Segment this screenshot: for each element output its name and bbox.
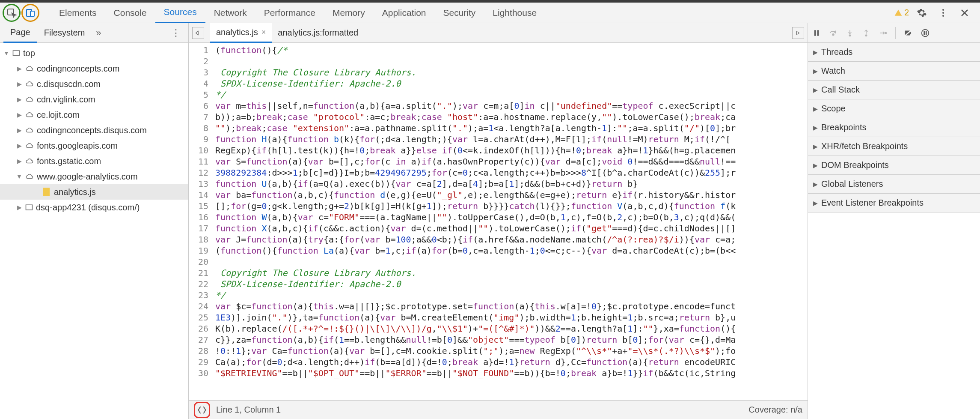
device-toggle-annotation — [21, 4, 39, 22]
close-tab-icon[interactable]: × — [261, 28, 266, 37]
device-toolbar-icon[interactable] — [23, 4, 38, 21]
settings-icon[interactable] — [913, 4, 930, 21]
warnings-indicator[interactable]: 2 — [894, 8, 909, 18]
tree-domain-expanded[interactable]: ▼www.google-analytics.com — [0, 169, 188, 184]
editor-tab-active[interactable]: analytics.js × — [210, 23, 272, 43]
tree-domain[interactable]: ▶codingnconcepts.com — [0, 61, 188, 76]
tab-performance[interactable]: Performance — [255, 3, 324, 23]
coverage-status: Coverage: n/a — [748, 405, 802, 415]
tab-lighthouse[interactable]: Lighthouse — [484, 3, 545, 23]
tab-application[interactable]: Application — [374, 3, 435, 23]
svg-point-16 — [865, 35, 867, 36]
tree-domain[interactable]: ▶cdn.viglink.com — [0, 92, 188, 107]
svg-rect-6 — [13, 51, 20, 56]
tree-domain[interactable]: ▶codingnconcepts.disqus.com — [0, 123, 188, 138]
kebab-menu-icon[interactable] — [935, 4, 952, 21]
navigator-overflow-icon[interactable]: » — [92, 27, 105, 39]
devtools-toolbar: Elements Console Sources Network Perform… — [0, 3, 980, 23]
svg-point-14 — [849, 35, 850, 36]
svg-rect-2 — [30, 11, 34, 16]
tree-iframe[interactable]: ▶dsq-app4231 (disqus.com/) — [0, 200, 188, 215]
js-file-icon — [43, 188, 50, 196]
pretty-print-button[interactable] — [194, 402, 210, 418]
inspect-element-icon[interactable] — [4, 4, 19, 21]
debugger-pane: ▶Threads▶Watch▶Call Stack▶Scope▶Breakpoi… — [808, 23, 980, 419]
tab-sources[interactable]: Sources — [155, 3, 205, 23]
navigator-tab-page[interactable]: Page — [3, 23, 37, 43]
editor-status-bar: Line 1, Column 1 Coverage: n/a — [189, 400, 808, 419]
svg-point-4 — [942, 12, 944, 14]
step-into-icon[interactable] — [846, 29, 854, 37]
svg-rect-21 — [924, 31, 925, 35]
svg-rect-22 — [926, 31, 927, 35]
svg-point-12 — [832, 33, 834, 35]
tree-top-frame[interactable]: ▼ top — [0, 45, 188, 61]
cursor-position: Line 1, Column 1 — [216, 405, 281, 415]
svg-rect-7 — [26, 205, 33, 210]
svg-point-18 — [885, 32, 886, 33]
tree-domain[interactable]: ▶fonts.googleapis.com — [0, 138, 188, 153]
navigator-more-icon[interactable]: ⋮ — [167, 27, 185, 39]
debug-section-event-listener-breakpoints[interactable]: ▶Event Listener Breakpoints — [808, 194, 980, 212]
step-over-icon[interactable] — [829, 28, 838, 38]
tree-domain[interactable]: ▶ce.lojit.com — [0, 107, 188, 123]
debug-section-breakpoints[interactable]: ▶Breakpoints — [808, 118, 980, 137]
close-devtools-icon[interactable] — [956, 4, 973, 21]
line-gutter[interactable]: 1 2 3 4 5 6 7 8 9 10 11 12 13 14 15 16 1… — [189, 43, 213, 400]
inspect-annotation — [3, 4, 21, 22]
debug-section-dom-breakpoints[interactable]: ▶DOM Breakpoints — [808, 156, 980, 175]
pause-icon[interactable] — [812, 29, 821, 37]
pause-on-exceptions-icon[interactable] — [921, 28, 930, 38]
editor-tab[interactable]: analytics.js:formatted — [272, 23, 364, 43]
debug-section-watch[interactable]: ▶Watch — [808, 62, 980, 81]
svg-rect-11 — [817, 30, 819, 36]
navigator-tab-filesystem[interactable]: Filesystem — [37, 23, 92, 43]
tree-domain[interactable]: ▶c.disquscdn.com — [0, 76, 188, 92]
debug-section-global-listeners[interactable]: ▶Global Listeners — [808, 175, 980, 194]
panel-tabs: Elements Console Sources Network Perform… — [50, 3, 894, 23]
debug-section-threads[interactable]: ▶Threads — [808, 43, 980, 62]
navigator-pane: Page Filesystem » ⋮ ▼ top ▶codingnconcep… — [0, 23, 189, 419]
debug-section-xhr-fetch-breakpoints[interactable]: ▶XHR/fetch Breakpoints — [808, 137, 980, 156]
tab-console[interactable]: Console — [105, 3, 155, 23]
editor-pane: analytics.js × analytics.js:formatted 1 … — [189, 23, 808, 419]
svg-rect-10 — [814, 30, 816, 36]
tab-memory[interactable]: Memory — [324, 3, 374, 23]
warnings-count: 2 — [904, 8, 909, 18]
file-tree: ▼ top ▶codingnconcepts.com ▶c.disquscdn.… — [0, 43, 188, 419]
svg-point-3 — [942, 9, 944, 11]
svg-point-20 — [922, 29, 929, 36]
tree-file-selected[interactable]: analytics.js — [0, 184, 188, 200]
debug-section-scope[interactable]: ▶Scope — [808, 99, 980, 118]
debug-section-call-stack[interactable]: ▶Call Stack — [808, 81, 980, 99]
tree-domain[interactable]: ▶fonts.gstatic.com — [0, 153, 188, 169]
run-snippet-icon[interactable] — [792, 27, 804, 39]
svg-point-5 — [942, 15, 944, 17]
file-navigator-icon[interactable] — [192, 27, 204, 39]
tab-elements[interactable]: Elements — [50, 3, 105, 23]
step-icon[interactable] — [878, 29, 888, 37]
tab-network[interactable]: Network — [205, 3, 255, 23]
deactivate-breakpoints-icon[interactable] — [903, 28, 913, 38]
code-content[interactable]: (function(){/* Copyright The Closure Lib… — [213, 43, 808, 400]
step-out-icon[interactable] — [862, 29, 870, 37]
tab-security[interactable]: Security — [434, 3, 484, 23]
